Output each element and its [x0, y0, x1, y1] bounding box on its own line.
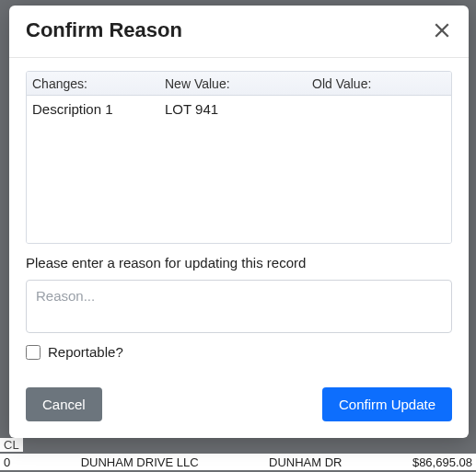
confirm-reason-modal: Confirm Reason Changes: New Value: Old V…	[9, 6, 469, 438]
changes-header-row: Changes: New Value: Old Value:	[27, 72, 451, 96]
close-button[interactable]	[432, 20, 452, 40]
modal-header: Confirm Reason	[9, 6, 469, 58]
modal-title: Confirm Reason	[26, 18, 182, 42]
reason-input[interactable]	[26, 280, 452, 333]
col-old-value: Old Value:	[312, 76, 451, 91]
modal-body: Changes: New Value: Old Value: Descripti…	[9, 58, 469, 367]
backdrop-fragment: CL	[0, 438, 23, 452]
reportable-label: Reportable?	[48, 344, 123, 360]
cancel-button[interactable]: Cancel	[26, 387, 102, 421]
close-icon	[434, 22, 450, 39]
modal-footer: Cancel Confirm Update	[9, 367, 469, 438]
backdrop-amount: $86,695.08	[412, 455, 472, 469]
confirm-update-button[interactable]: Confirm Update	[322, 387, 452, 421]
cell-new: LOT 941	[165, 101, 312, 117]
col-changes: Changes:	[27, 76, 165, 91]
changes-body[interactable]: Description 1 LOT 941	[27, 96, 451, 243]
cell-field: Description 1	[27, 101, 165, 117]
col-new-value: New Value:	[165, 76, 312, 91]
reportable-checkbox[interactable]	[26, 345, 41, 360]
cell-old	[312, 101, 451, 117]
backdrop-prefix: 0	[4, 455, 10, 469]
backdrop-owner: DUNHAM DRIVE LLC	[81, 455, 199, 469]
table-row: Description 1 LOT 941	[27, 96, 451, 117]
reason-prompt: Please enter a reason for updating this …	[26, 255, 452, 271]
backdrop-street: DUNHAM DR	[269, 455, 342, 469]
reportable-row[interactable]: Reportable?	[26, 344, 452, 360]
backdrop-row: 0 DUNHAM DRIVE LLC DUNHAM DR $86,695.08	[0, 454, 476, 470]
changes-table: Changes: New Value: Old Value: Descripti…	[26, 71, 452, 244]
